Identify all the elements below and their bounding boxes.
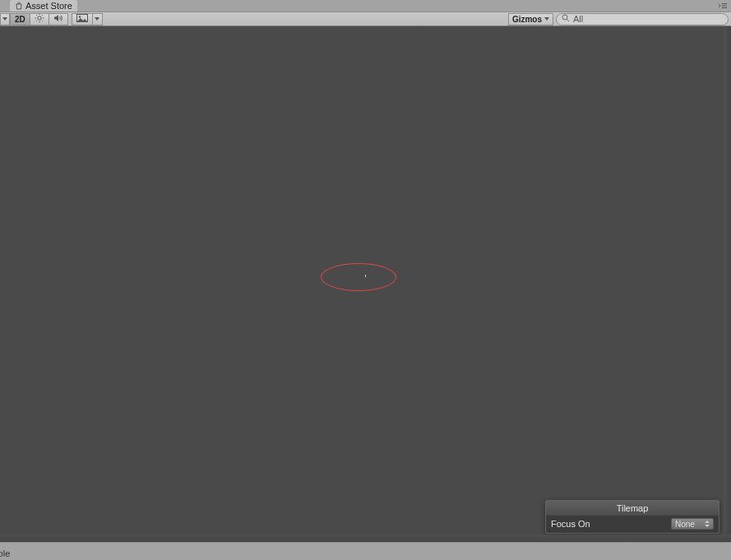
svg-point-13	[79, 16, 81, 17]
scene-viewport[interactable]: Tilemap Focus On None	[0, 26, 731, 542]
svg-line-11	[36, 21, 37, 21]
sun-icon	[35, 13, 44, 25]
bottom-bar: nsole	[0, 542, 731, 560]
svg-rect-2	[722, 7, 727, 8]
focus-on-dropdown[interactable]: None	[671, 518, 714, 530]
toolbar-right-group: Gizmos	[508, 12, 731, 25]
updown-icon	[705, 521, 710, 527]
vertical-scrollbar[interactable]	[724, 26, 731, 542]
search-input[interactable]	[573, 14, 723, 24]
tilemap-panel-title: Tilemap	[546, 501, 719, 516]
unity-editor-panel: Asset Store 2D	[0, 0, 731, 560]
gizmos-dropdown-button[interactable]: Gizmos	[508, 13, 553, 25]
speaker-icon	[53, 13, 63, 25]
fx-dropdown[interactable]	[93, 13, 103, 25]
console-tab-partial[interactable]: nsole	[0, 548, 10, 558]
svg-point-3	[38, 16, 41, 20]
focus-on-label: Focus On	[551, 519, 590, 529]
svg-line-10	[42, 15, 43, 16]
picture-icon	[76, 14, 88, 24]
gizmos-label: Gizmos	[512, 15, 542, 24]
svg-line-9	[42, 21, 43, 21]
audio-toggle-button[interactable]	[49, 13, 68, 25]
panel-menu-icon[interactable]	[718, 2, 728, 10]
svg-rect-1	[722, 6, 727, 7]
horizontal-scrollbar[interactable]	[0, 535, 731, 542]
tilemap-panel-body: Focus On None	[546, 516, 719, 533]
shaded-dropdown[interactable]	[0, 13, 10, 25]
tab-bar: Asset Store	[0, 0, 731, 12]
search-field[interactable]	[556, 13, 729, 25]
svg-rect-0	[722, 3, 727, 4]
tab-asset-store[interactable]: Asset Store	[10, 0, 77, 12]
fx-toggle-button[interactable]	[72, 13, 93, 25]
svg-line-15	[567, 19, 569, 21]
svg-point-14	[562, 15, 567, 20]
search-icon	[562, 14, 570, 24]
chevron-down-icon	[544, 17, 549, 21]
brush-center-dot	[365, 275, 366, 277]
shopping-bag-icon	[15, 2, 23, 10]
svg-line-8	[36, 15, 37, 16]
brush-outline	[321, 263, 396, 291]
focus-on-value: None	[675, 520, 695, 529]
scene-toolbar: 2D Gizmo	[0, 12, 731, 26]
tab-title: Asset Store	[25, 1, 72, 11]
2d-label: 2D	[15, 15, 25, 24]
lighting-toggle-button[interactable]	[30, 13, 49, 25]
tilemap-overlay-panel: Tilemap Focus On None	[545, 500, 719, 534]
2d-toggle-button[interactable]: 2D	[10, 13, 30, 25]
toolbar-left-group: 2D	[0, 12, 103, 25]
